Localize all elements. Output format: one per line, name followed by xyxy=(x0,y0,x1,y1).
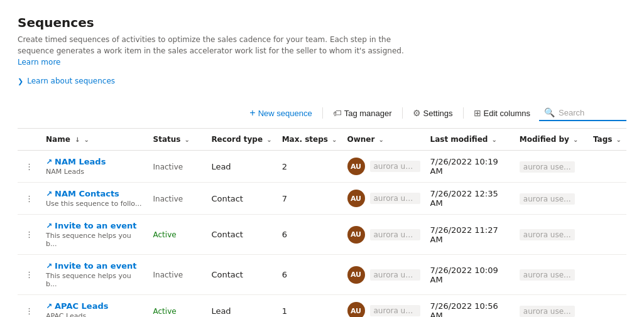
search-box: 🔍 xyxy=(539,105,626,121)
table-row: ⋮ ↗ APAC Leads APAC Leads ActiveLead1 AU… xyxy=(18,295,626,318)
record-type: Contact xyxy=(211,194,243,203)
row-more-icon[interactable]: ⋮ xyxy=(23,227,36,242)
status-badge: Inactive xyxy=(153,271,183,279)
col-header-max-steps[interactable]: Max. steps ⌄ xyxy=(277,129,342,151)
learn-more-link[interactable]: Learn more xyxy=(18,58,60,67)
owner-cell: AU aurora use... xyxy=(347,266,420,284)
record-type: Contact xyxy=(211,230,243,239)
row-expand-icon: ↗ xyxy=(46,222,52,230)
row-subtitle: NAM Leads xyxy=(46,168,143,176)
chevron-icon-tags: ⌄ xyxy=(616,136,621,143)
gear-icon: ⚙ xyxy=(413,108,421,118)
modified-by: aurora use... xyxy=(520,193,575,205)
record-type: Lead xyxy=(211,162,231,171)
page-title: Sequences xyxy=(18,15,626,30)
tags-cell xyxy=(588,183,626,215)
row-expand-icon: ↗ xyxy=(46,158,52,166)
plus-icon: + xyxy=(249,107,255,119)
owner-name: aurora use... xyxy=(370,305,420,316)
row-name[interactable]: ↗ NAM Contacts xyxy=(46,189,143,198)
owner-cell: AU aurora use... xyxy=(347,302,420,317)
tags-cell xyxy=(588,215,626,255)
chevron-icon-name: ⌄ xyxy=(84,136,89,143)
learn-about-sequences[interactable]: ❯ Learn about sequences xyxy=(18,77,626,85)
chevron-icon-owner: ⌄ xyxy=(379,136,384,143)
row-name[interactable]: ↗ Invite to an event xyxy=(46,261,143,271)
last-modified: 7/26/2022 10:56 AM xyxy=(430,301,498,317)
col-header-tags[interactable]: Tags ⌄ xyxy=(588,129,626,151)
owner-name: aurora use... xyxy=(370,229,420,240)
col-header-name[interactable]: Name ↓ ⌄ xyxy=(41,129,148,151)
chevron-icon-status: ⌄ xyxy=(185,136,190,143)
chevron-icon-max-steps: ⌄ xyxy=(332,136,337,143)
owner-name: aurora use... xyxy=(370,269,420,281)
settings-button[interactable]: ⚙ Settings xyxy=(407,105,459,121)
last-modified: 7/26/2022 10:19 AM xyxy=(430,157,498,176)
row-more-icon[interactable]: ⋮ xyxy=(23,267,36,282)
table-row: ⋮ ↗ Invite to an event This sequence hel… xyxy=(18,255,626,295)
max-steps: 7 xyxy=(282,194,287,203)
toolbar-divider-2 xyxy=(402,107,403,119)
max-steps: 6 xyxy=(282,230,287,239)
modified-by: aurora use... xyxy=(520,229,575,240)
row-name[interactable]: ↗ NAM Leads xyxy=(46,157,143,166)
page-description: Create timed sequences of activities to … xyxy=(18,34,407,68)
status-badge: Inactive xyxy=(153,163,183,171)
row-more-icon[interactable]: ⋮ xyxy=(23,304,36,318)
last-modified: 7/26/2022 10:09 AM xyxy=(430,266,498,284)
row-name[interactable]: ↗ Invite to an event xyxy=(46,221,143,230)
col-header-modified-by[interactable]: Modified by ⌄ xyxy=(515,129,588,151)
avatar: AU xyxy=(347,266,365,284)
modified-by: aurora use... xyxy=(520,306,575,317)
table-row: ⋮ ↗ NAM Contacts Use this sequence to fo… xyxy=(18,183,626,215)
tags-cell xyxy=(588,255,626,295)
sort-icon-name: ↓ xyxy=(75,136,80,143)
record-type: Contact xyxy=(211,270,243,279)
row-subtitle: Use this sequence to follo... xyxy=(46,200,143,208)
row-name[interactable]: ↗ APAC Leads xyxy=(46,301,143,311)
tag-manager-button[interactable]: 🏷 Tag manager xyxy=(327,105,398,121)
toolbar: + New sequence 🏷 Tag manager ⚙ Settings … xyxy=(18,104,626,129)
search-icon: 🔍 xyxy=(544,107,555,117)
row-more-icon[interactable]: ⋮ xyxy=(23,191,36,206)
toolbar-divider-3 xyxy=(463,107,464,119)
row-more-icon[interactable]: ⋮ xyxy=(23,159,36,174)
max-steps: 2 xyxy=(282,162,287,171)
sequences-table: Name ↓ ⌄ Status ⌄ Record type ⌄ Max. ste… xyxy=(18,129,626,317)
chevron-icon-modified-by: ⌄ xyxy=(573,136,578,143)
avatar: AU xyxy=(347,190,365,207)
max-steps: 1 xyxy=(282,306,287,316)
row-subtitle: This sequence helps you b... xyxy=(46,232,143,248)
status-badge: Active xyxy=(153,307,177,316)
owner-name: aurora use... xyxy=(370,193,420,204)
col-header-last-modified[interactable]: Last modified ⌄ xyxy=(425,129,515,151)
status-badge: Inactive xyxy=(153,195,183,203)
record-type: Lead xyxy=(211,306,231,316)
tag-icon: 🏷 xyxy=(333,108,342,118)
avatar: AU xyxy=(347,158,365,175)
max-steps: 6 xyxy=(282,270,287,279)
chevron-icon-record-type: ⌄ xyxy=(266,136,271,143)
tags-cell xyxy=(588,295,626,318)
owner-name: aurora use... xyxy=(370,161,420,172)
tags-cell xyxy=(588,151,626,183)
search-input[interactable] xyxy=(559,108,621,117)
owner-cell: AU aurora use... xyxy=(347,190,420,207)
row-expand-icon: ↗ xyxy=(46,190,52,198)
col-header-status[interactable]: Status ⌄ xyxy=(148,129,207,151)
chevron-icon-last-modified: ⌄ xyxy=(492,136,497,143)
edit-columns-button[interactable]: ⊞ Edit columns xyxy=(467,105,537,121)
last-modified: 7/26/2022 11:27 AM xyxy=(430,225,498,244)
last-modified: 7/26/2022 12:35 AM xyxy=(430,189,498,208)
new-sequence-button[interactable]: + New sequence xyxy=(243,104,318,122)
col-header-record-type[interactable]: Record type ⌄ xyxy=(206,129,276,151)
row-subtitle: APAC Leads xyxy=(46,312,143,317)
chevron-right-icon: ❯ xyxy=(18,77,23,85)
modified-by: aurora use... xyxy=(520,161,575,173)
col-header-owner[interactable]: Owner ⌄ xyxy=(342,129,425,151)
owner-cell: AU aurora use... xyxy=(347,226,420,244)
avatar: AU xyxy=(347,302,365,317)
avatar: AU xyxy=(347,226,365,244)
row-expand-icon: ↗ xyxy=(46,262,52,271)
row-expand-icon: ↗ xyxy=(46,302,52,311)
